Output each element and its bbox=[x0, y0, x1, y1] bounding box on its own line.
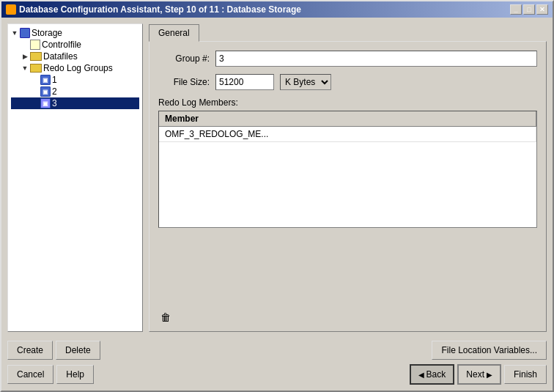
tree-item-group2[interactable]: ▣ 2 bbox=[11, 86, 139, 97]
group2-icon: ▣ bbox=[40, 86, 51, 97]
back-button[interactable]: ◀ Back bbox=[410, 364, 455, 385]
right-panel: General Group #: File Size: K Bytes M By… bbox=[149, 23, 547, 332]
bottom-action-bar: Create Delete File Location Variables... bbox=[1, 338, 553, 361]
tree-label-storage: Storage bbox=[32, 28, 62, 38]
unit-select[interactable]: K Bytes M Bytes G Bytes bbox=[280, 74, 331, 90]
file-location-group: File Location Variables... bbox=[432, 341, 547, 360]
finish-button[interactable]: Finish bbox=[504, 365, 547, 384]
minimize-button[interactable]: _ bbox=[510, 4, 522, 15]
title-bar-left: Database Configuration Assistant, Step 1… bbox=[6, 4, 301, 15]
help-button[interactable]: Help bbox=[56, 365, 94, 384]
tree-item-group1[interactable]: ▣ 1 bbox=[11, 74, 139, 86]
tree-label-datafiles: Datafiles bbox=[43, 51, 78, 62]
cancel-help-group: Cancel Help bbox=[7, 365, 94, 384]
main-content: ▼ Storage Controlfile ▶ Datafiles ▼ Redo… bbox=[1, 18, 553, 338]
redo-log-section: Redo Log Members: Member OMF_3_REDOLOG_M… bbox=[158, 97, 537, 228]
tab-bar: General bbox=[149, 23, 547, 41]
window-title: Database Configuration Assistant, Step 1… bbox=[19, 4, 301, 15]
expand-datafiles[interactable]: ▶ bbox=[21, 53, 29, 60]
form-row-filesize: File Size: K Bytes M Bytes G Bytes bbox=[158, 74, 537, 90]
expand-redologgroups[interactable]: ▼ bbox=[21, 64, 29, 72]
redolog-folder-icon bbox=[30, 64, 42, 73]
table-row[interactable]: OMF_3_REDOLOG_ME... bbox=[159, 127, 536, 142]
table-header: Member bbox=[159, 111, 536, 127]
form-row-group: Group #: bbox=[158, 51, 537, 67]
title-bar: Database Configuration Assistant, Step 1… bbox=[1, 1, 553, 18]
create-button[interactable]: Create bbox=[7, 341, 53, 360]
close-button[interactable]: ✕ bbox=[536, 4, 548, 15]
file-location-button[interactable]: File Location Variables... bbox=[432, 341, 547, 360]
tree-item-storage[interactable]: ▼ Storage bbox=[11, 27, 139, 39]
title-bar-controls: _ □ ✕ bbox=[510, 4, 548, 15]
group3-icon: ▣ bbox=[40, 98, 51, 108]
controlfile-icon bbox=[30, 40, 40, 50]
delete-button[interactable]: Delete bbox=[56, 341, 100, 360]
expand-storage[interactable]: ▼ bbox=[11, 29, 18, 37]
cancel-button[interactable]: Cancel bbox=[7, 365, 53, 384]
tree-item-redologgroups[interactable]: ▼ Redo Log Groups bbox=[11, 62, 139, 74]
filesize-label: File Size: bbox=[158, 77, 210, 87]
tree-panel: ▼ Storage Controlfile ▶ Datafiles ▼ Redo… bbox=[7, 23, 143, 332]
back-arrow-icon: ◀ bbox=[418, 371, 424, 379]
back-label: Back bbox=[426, 369, 446, 380]
table-cell-member: OMF_3_REDOLOG_ME... bbox=[159, 127, 536, 141]
next-arrow-icon: ▶ bbox=[487, 371, 492, 379]
create-delete-group: Create Delete bbox=[7, 341, 100, 360]
storage-icon bbox=[20, 28, 30, 38]
delete-row-button[interactable]: 🗑 bbox=[158, 309, 173, 325]
tree-label-group3: 3 bbox=[52, 98, 57, 108]
panel-general: Group #: File Size: K Bytes M Bytes G By… bbox=[149, 41, 547, 332]
tree-label-group1: 1 bbox=[52, 75, 57, 85]
redo-log-members-label: Redo Log Members: bbox=[158, 97, 537, 108]
back-next-finish-group: ◀ Back Next ▶ Finish bbox=[410, 364, 547, 385]
datafiles-folder-icon bbox=[30, 52, 42, 61]
panel-toolbar: 🗑 bbox=[158, 309, 173, 325]
redo-log-table: Member OMF_3_REDOLOG_ME... bbox=[158, 111, 537, 228]
next-button[interactable]: Next ▶ bbox=[457, 364, 501, 385]
tree-item-controlfile[interactable]: Controlfile bbox=[11, 39, 139, 51]
tree-label-redologgroups: Redo Log Groups bbox=[43, 63, 113, 73]
nav-bar: Cancel Help ◀ Back Next ▶ Finish bbox=[1, 361, 553, 391]
group-label: Group #: bbox=[158, 53, 210, 64]
tree-item-datafiles[interactable]: ▶ Datafiles bbox=[11, 51, 139, 62]
group1-icon: ▣ bbox=[40, 75, 51, 85]
filesize-input[interactable] bbox=[215, 74, 274, 90]
table-header-member: Member bbox=[159, 111, 536, 126]
tree-label-group2: 2 bbox=[52, 86, 57, 97]
app-icon bbox=[6, 4, 16, 15]
tab-general[interactable]: General bbox=[149, 24, 199, 42]
next-label: Next bbox=[466, 369, 484, 380]
group-input[interactable] bbox=[215, 51, 537, 67]
maximize-button[interactable]: □ bbox=[523, 4, 535, 15]
main-window: Database Configuration Assistant, Step 1… bbox=[0, 0, 554, 392]
tree-label-controlfile: Controlfile bbox=[42, 40, 81, 50]
tree-item-group3[interactable]: ▣ 3 bbox=[11, 97, 139, 109]
